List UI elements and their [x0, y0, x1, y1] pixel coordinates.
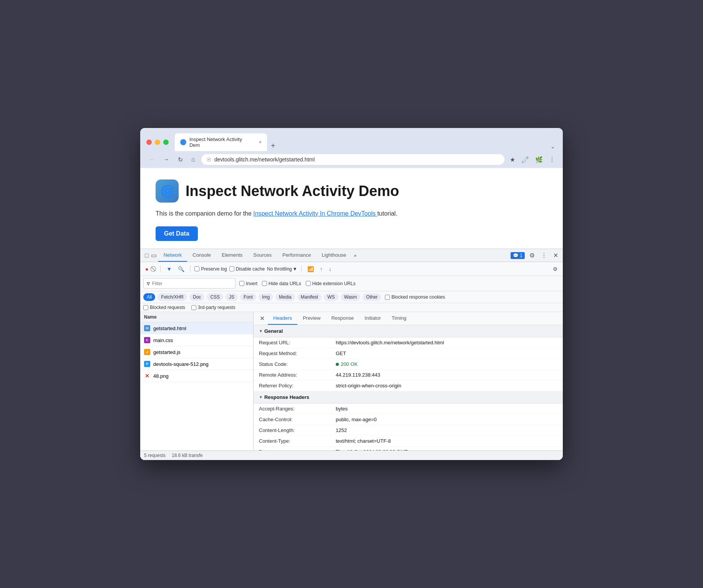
throttle-select[interactable]: No throttling ▼: [267, 266, 297, 272]
preserve-log-label[interactable]: Preserve log: [194, 266, 227, 272]
preserve-log-checkbox[interactable]: [194, 266, 199, 271]
profile-button[interactable]: 🌿: [534, 154, 544, 165]
header-name-content-length: Content-Length:: [259, 427, 336, 433]
hide-extension-urls-checkbox[interactable]: [306, 281, 311, 286]
hide-data-urls-label[interactable]: Hide data URLs: [262, 281, 301, 286]
extensions-button[interactable]: 🧷: [520, 154, 531, 165]
tab-lighthouse[interactable]: Lighthouse: [316, 249, 352, 262]
response-headers-section-header[interactable]: Response Headers: [254, 391, 563, 404]
page-content: 🌀 Inspect Network Activity Demo This is …: [140, 168, 563, 249]
hide-data-urls-checkbox[interactable]: [262, 281, 267, 286]
type-btn-other[interactable]: Other: [363, 293, 381, 301]
inspect-element-icon[interactable]: □: [145, 252, 149, 259]
type-btn-manifest[interactable]: Manifest: [297, 293, 322, 301]
file-name-main-css: main.css: [153, 337, 173, 343]
type-btn-js[interactable]: JS: [225, 293, 238, 301]
header-name-content-type: Content-Type:: [259, 438, 336, 444]
page-header: 🌀 Inspect Network Activity Demo: [156, 179, 547, 203]
get-data-button[interactable]: Get Data: [156, 226, 198, 241]
js-file-icon: J: [144, 349, 150, 355]
css-file-icon: C: [144, 337, 150, 343]
hide-extension-urls-label[interactable]: Hide extension URLs: [306, 281, 356, 286]
disable-cache-label[interactable]: Disable cache: [229, 266, 265, 272]
network-settings-button[interactable]: ⚙: [551, 265, 560, 273]
tab-network[interactable]: Network: [158, 249, 187, 262]
details-tab-headers[interactable]: Headers: [268, 312, 297, 325]
devtools-close-button[interactable]: ✕: [552, 250, 560, 261]
type-btn-media[interactable]: Media: [275, 293, 295, 301]
type-btn-img[interactable]: Img: [259, 293, 273, 301]
transferred-size: 18.6 kB transfe: [172, 453, 203, 458]
search-button[interactable]: 🔍: [176, 265, 186, 273]
import-button[interactable]: ↑: [318, 265, 325, 273]
type-btn-font[interactable]: Font: [240, 293, 256, 301]
blocked-cookies-checkbox[interactable]: [385, 295, 390, 300]
subtitle-link[interactable]: Inspect Network Activity In Chrome DevTo…: [253, 210, 377, 217]
file-item-getstarted-html[interactable]: H getstarted.html: [140, 322, 253, 334]
details-panel: ✕ Headers Preview Response Initiator Tim…: [254, 312, 563, 450]
export-button[interactable]: ↓: [327, 265, 333, 273]
file-item-48-png[interactable]: ✕ 48.png: [140, 370, 253, 382]
minimize-traffic-light[interactable]: [155, 140, 160, 145]
invert-checkbox-label[interactable]: Invert: [239, 281, 257, 286]
record-stop-button[interactable]: ●: [143, 265, 150, 273]
nav-actions: ★ 🧷 🌿 ⋮: [508, 154, 557, 165]
more-tabs-button[interactable]: »: [352, 249, 359, 261]
wifi-button[interactable]: 📶: [305, 265, 316, 273]
menu-button[interactable]: ⋮: [547, 154, 557, 165]
third-party-label[interactable]: 3rd-party requests: [191, 305, 235, 310]
details-tab-response[interactable]: Response: [326, 312, 359, 325]
home-button[interactable]: ⌂: [189, 154, 197, 164]
header-value-accept-ranges: bytes: [336, 406, 557, 412]
tab-elements[interactable]: Elements: [216, 249, 248, 262]
new-tab-button[interactable]: +: [268, 140, 279, 151]
blocked-requests-label[interactable]: Blocked requests: [143, 305, 185, 310]
url-text: devtools.glitch.me/network/getstarted.ht…: [214, 156, 499, 163]
tab-close-button[interactable]: ×: [259, 140, 262, 145]
tab-console[interactable]: Console: [187, 249, 216, 262]
third-party-checkbox[interactable]: [191, 305, 196, 310]
devtools-more-button[interactable]: ⋮: [539, 250, 549, 261]
type-btn-fetch-xhr[interactable]: Fetch/XHR: [158, 293, 187, 301]
file-item-devtools-png[interactable]: P devtools-square-512.png: [140, 358, 253, 370]
blocked-requests-checkbox[interactable]: [143, 305, 148, 310]
header-value-request-method: GET: [336, 350, 557, 356]
address-bar[interactable]: ☉ devtools.glitch.me/network/getstarted.…: [201, 154, 504, 165]
filter-button[interactable]: ▼: [164, 265, 174, 273]
device-toolbar-icon[interactable]: ▭: [151, 252, 157, 259]
close-traffic-light[interactable]: [146, 140, 152, 145]
file-item-main-css[interactable]: C main.css: [140, 334, 253, 346]
type-btn-wasm[interactable]: Wasm: [341, 293, 361, 301]
maximize-traffic-light[interactable]: [163, 140, 169, 145]
tab-dropdown-button[interactable]: ⌄: [549, 142, 557, 151]
tab-sources[interactable]: Sources: [248, 249, 277, 262]
devtools-settings-button[interactable]: ⚙: [528, 250, 536, 261]
details-tab-initiator[interactable]: Initiator: [359, 312, 386, 325]
devtools-icons: □ ▭: [143, 249, 158, 261]
tab-performance[interactable]: Performance: [277, 249, 316, 262]
general-section-header[interactable]: General: [254, 325, 563, 337]
type-btn-css[interactable]: CSS: [207, 293, 223, 301]
type-btn-all[interactable]: All: [143, 293, 155, 301]
header-value-cache-control: public, max-age=0: [336, 417, 557, 422]
blocked-cookies-text: Blocked response cookies: [391, 294, 445, 300]
type-btn-doc[interactable]: Doc: [189, 293, 204, 301]
clear-button[interactable]: ⃠: [153, 264, 156, 273]
forward-button[interactable]: →: [161, 154, 172, 164]
invert-checkbox[interactable]: [239, 281, 244, 286]
devtools-tab-bar: □ ▭ Network Console Elements Sources Per…: [140, 249, 563, 262]
details-tab-preview[interactable]: Preview: [297, 312, 326, 325]
details-close-button[interactable]: ✕: [257, 312, 268, 324]
bookmark-button[interactable]: ★: [508, 154, 517, 165]
reload-button[interactable]: ↻: [176, 154, 185, 165]
header-row-request-method: Request Method: GET: [254, 348, 563, 359]
back-button[interactable]: ←: [146, 154, 157, 164]
disable-cache-checkbox[interactable]: [229, 266, 234, 271]
type-btn-ws[interactable]: WS: [324, 293, 338, 301]
blocked-cookies-label[interactable]: Blocked response cookies: [385, 294, 445, 300]
file-item-getstarted-js[interactable]: J getstarted.js: [140, 346, 253, 358]
filter-input[interactable]: [152, 281, 232, 286]
details-tab-timing[interactable]: Timing: [386, 312, 412, 325]
file-list-header: Name: [140, 312, 253, 322]
active-tab[interactable]: 🌀 Inspect Network Activity Dem ×: [175, 133, 267, 151]
